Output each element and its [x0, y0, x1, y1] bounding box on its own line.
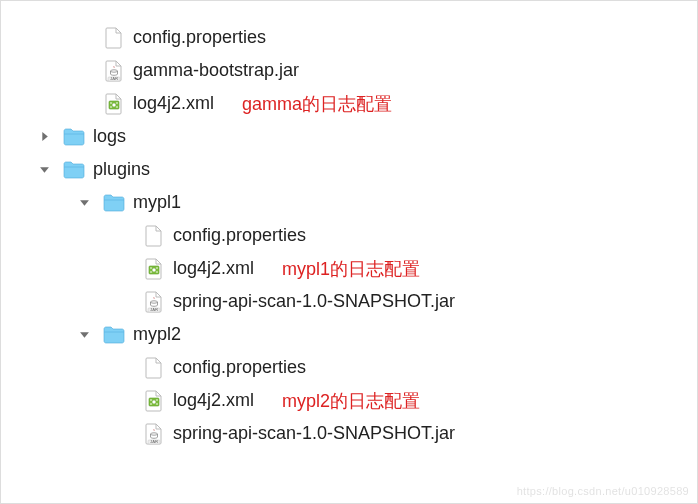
xml-file-icon: [103, 93, 125, 115]
jar-file-icon: JAR: [143, 291, 165, 313]
tree-item-label: config.properties: [133, 27, 266, 48]
disclosure-none: [113, 229, 135, 243]
disclosure-none: [113, 427, 135, 441]
disclosure-none: [73, 31, 95, 45]
svg-point-21: [156, 399, 158, 401]
tree-row[interactable]: JARspring-api-scan-1.0-SNAPSHOT.jar: [1, 285, 697, 318]
svg-point-23: [156, 403, 158, 405]
file-icon: [103, 27, 125, 49]
tree-item-label: log4j2.xml: [173, 258, 254, 279]
tree-item-label: log4j2.xml: [173, 390, 254, 411]
file-icon: [143, 225, 165, 247]
svg-point-22: [150, 403, 152, 405]
svg-point-10: [152, 268, 156, 272]
svg-point-8: [116, 106, 118, 108]
disclosure-none: [73, 64, 95, 78]
tree-item-label: gamma-bootstrap.jar: [133, 60, 299, 81]
tree-row[interactable]: JARgamma-bootstrap.jar: [1, 54, 697, 87]
watermark-text: https://blog.csdn.net/u010928589: [517, 485, 689, 497]
tree-item-label: log4j2.xml: [133, 93, 214, 114]
tree-row[interactable]: JARspring-api-scan-1.0-SNAPSHOT.jar: [1, 417, 697, 450]
tree-item-label: spring-api-scan-1.0-SNAPSHOT.jar: [173, 291, 455, 312]
svg-point-12: [156, 267, 158, 269]
tree-row[interactable]: config.properties: [1, 219, 697, 252]
svg-point-7: [110, 106, 112, 108]
disclosure-closed-icon[interactable]: [33, 130, 55, 144]
tree-row[interactable]: config.properties: [1, 351, 697, 384]
annotation-text: mypl2的日志配置: [282, 389, 420, 413]
svg-point-13: [150, 271, 152, 273]
tree-item-label: spring-api-scan-1.0-SNAPSHOT.jar: [173, 423, 455, 444]
disclosure-none: [113, 295, 135, 309]
tree-item-label: config.properties: [173, 357, 306, 378]
file-tree-panel: config.propertiesJARgamma-bootstrap.jarl…: [0, 0, 698, 504]
tree-item-label: logs: [93, 126, 126, 147]
annotation-text: gamma的日志配置: [242, 92, 392, 116]
tree-row[interactable]: log4j2.xmlmypl1的日志配置: [1, 252, 697, 285]
tree-item-label: mypl1: [133, 192, 181, 213]
folder-icon: [63, 159, 85, 181]
disclosure-open-icon[interactable]: [73, 328, 95, 342]
tree-row[interactable]: config.properties: [1, 21, 697, 54]
svg-point-6: [116, 102, 118, 104]
tree-row[interactable]: plugins: [1, 153, 697, 186]
xml-file-icon: [143, 258, 165, 280]
disclosure-none: [113, 394, 135, 408]
tree-row[interactable]: mypl1: [1, 186, 697, 219]
jar-file-icon: JAR: [103, 60, 125, 82]
file-icon: [143, 357, 165, 379]
svg-point-20: [150, 399, 152, 401]
disclosure-none: [113, 361, 135, 375]
svg-point-14: [156, 271, 158, 273]
tree-item-label: plugins: [93, 159, 150, 180]
tree-item-label: config.properties: [173, 225, 306, 246]
folder-icon: [103, 192, 125, 214]
tree-row[interactable]: log4j2.xmlmypl2的日志配置: [1, 384, 697, 417]
tree-item-label: mypl2: [133, 324, 181, 345]
tree-row[interactable]: logs: [1, 120, 697, 153]
svg-point-5: [110, 102, 112, 104]
xml-file-icon: [143, 390, 165, 412]
svg-point-19: [152, 400, 156, 404]
svg-text:JAR: JAR: [150, 307, 158, 312]
disclosure-none: [73, 97, 95, 111]
disclosure-open-icon[interactable]: [73, 196, 95, 210]
disclosure-open-icon[interactable]: [33, 163, 55, 177]
svg-text:JAR: JAR: [110, 76, 118, 81]
disclosure-none: [113, 262, 135, 276]
svg-point-11: [150, 267, 152, 269]
folder-icon: [63, 126, 85, 148]
tree-row[interactable]: mypl2: [1, 318, 697, 351]
svg-point-4: [112, 103, 116, 107]
annotation-text: mypl1的日志配置: [282, 257, 420, 281]
jar-file-icon: JAR: [143, 423, 165, 445]
tree-row[interactable]: log4j2.xmlgamma的日志配置: [1, 87, 697, 120]
file-tree: config.propertiesJARgamma-bootstrap.jarl…: [1, 1, 697, 450]
svg-text:JAR: JAR: [150, 439, 158, 444]
folder-icon: [103, 324, 125, 346]
